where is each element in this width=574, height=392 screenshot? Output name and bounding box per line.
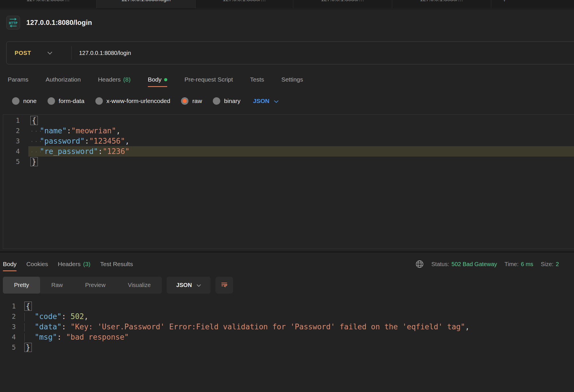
response-tab-body[interactable]: Body [3, 257, 17, 271]
time-label: Time: [504, 261, 518, 268]
body-type-radio-form-data[interactable]: form-data [48, 97, 84, 105]
radio-label: x-www-form-urlencoded [107, 98, 170, 104]
request-tab-settings[interactable]: Settings [281, 72, 303, 87]
code-line[interactable]: 4···"re_password":"1236" [3, 146, 574, 157]
wrap-text-button[interactable] [215, 277, 233, 294]
indent-guide [24, 323, 35, 332]
token: : [57, 333, 66, 341]
indent-guide [24, 313, 35, 321]
code-line[interactable]: 3"data": "Key: 'User.Password' Error:Fie… [0, 322, 574, 332]
code-line[interactable]: 4"msg": "bad response" [0, 332, 574, 342]
request-tab-pre-request-script[interactable]: Pre-request Script [184, 72, 233, 87]
radio-label: raw [192, 98, 202, 104]
new-tab-button[interactable]: + [491, 0, 574, 9]
view-toggle-preview[interactable]: Preview [74, 277, 117, 294]
method-select[interactable]: POST [7, 46, 72, 60]
request-tab-params[interactable]: Params [8, 72, 28, 87]
request-tab-tests[interactable]: Tests [250, 72, 264, 87]
view-toggle-pretty[interactable]: Pretty [3, 277, 40, 294]
code-line[interactable]: 2"code": 502, [0, 311, 574, 322]
code-line[interactable]: 5} [0, 342, 574, 353]
tab-label: Body [3, 261, 17, 268]
radio-icon [213, 97, 220, 105]
response-section-tabs: BodyCookiesHeaders(3)Test Results [3, 257, 133, 271]
app-window: 127.0.0.1:8080/…127.0.0.1:8080/login127.… [0, 0, 574, 392]
http-method-icon: HTTP [6, 16, 20, 29]
line-number: 5 [0, 342, 20, 353]
tab-label: Headers [98, 76, 121, 83]
chevron-down-icon [47, 52, 52, 55]
time-value[interactable]: 6 ms [521, 261, 533, 268]
radio-icon [181, 97, 188, 105]
tab-label: Pre-request Script [184, 76, 233, 83]
token: "1236" [103, 147, 129, 156]
token: "msg" [35, 333, 57, 341]
chevron-down-icon [274, 98, 279, 104]
body-format-select[interactable]: JSON [253, 98, 279, 104]
response-tab-cookies[interactable]: Cookies [26, 257, 48, 271]
size-value[interactable]: 2 [556, 261, 559, 268]
http-badge-text: HTTP [9, 21, 17, 25]
line-number: 4 [3, 146, 28, 157]
token: "Key: 'User.Password' Error:Field valida… [70, 322, 465, 331]
whitespace-dots: ··· [30, 147, 40, 157]
token: "data" [35, 322, 62, 331]
code-line[interactable]: 2···"name":"meowrian", [3, 126, 574, 136]
response-format-select[interactable]: JSON [167, 277, 211, 294]
token: { [30, 116, 38, 125]
top-tab-4[interactable]: 127.0.0.1:8080/… [293, 0, 392, 9]
globe-icon [415, 259, 424, 269]
token: { [24, 302, 32, 311]
body-type-radio-x-www-form-urlencoded[interactable]: x-www-form-urlencoded [95, 97, 170, 105]
tab-count-badge: (8) [123, 76, 131, 83]
token: } [30, 157, 38, 166]
token: "123456" [89, 137, 125, 145]
token: , [125, 137, 129, 145]
tab-label: Params [8, 76, 28, 83]
code-line[interactable]: 1{ [3, 115, 574, 126]
body-type-row: noneform-datax-www-form-urlencodedrawbin… [12, 94, 279, 108]
code-text: ···"name":"meowrian", [28, 126, 574, 136]
body-type-radio-raw[interactable]: raw [181, 97, 202, 105]
code-text: } [20, 342, 574, 353]
top-tab-2[interactable]: 127.0.0.1:8080/login [97, 0, 196, 9]
code-line[interactable]: 3···"password":"123456", [3, 136, 574, 146]
response-tab-test-results[interactable]: Test Results [100, 257, 133, 271]
wrap-text-icon [220, 281, 228, 290]
body-type-radio-binary[interactable]: binary [213, 97, 240, 105]
top-tab-1[interactable]: 127.0.0.1:8080/… [0, 0, 97, 9]
top-tab-label: 127.0.0.1:8080/… [420, 0, 463, 3]
tab-label: Tests [250, 76, 264, 83]
tab-label: Headers [58, 261, 80, 268]
pane-splitter[interactable] [0, 251, 574, 253]
view-toggle-visualize[interactable]: Visualize [117, 277, 162, 294]
request-tab-body[interactable]: Body [148, 72, 167, 87]
request-tab-headers[interactable]: Headers(8) [98, 72, 131, 87]
token: , [116, 126, 121, 135]
code-text: { [20, 301, 574, 311]
code-line[interactable]: 5} [3, 157, 574, 167]
radio-label: form-data [59, 98, 84, 104]
tab-count-badge: (3) [83, 261, 91, 268]
top-tab-label: 127.0.0.1:8080/login [121, 0, 170, 3]
response-meta: Status: 502 Bad Gateway Time: 6 ms Size:… [415, 257, 574, 271]
response-tab-headers[interactable]: Headers(3) [58, 257, 91, 271]
view-toggle-raw[interactable]: Raw [40, 277, 74, 294]
status-badge[interactable]: 502 Bad Gateway [451, 261, 497, 268]
radio-icon [48, 97, 55, 105]
tab-label: Test Results [100, 261, 133, 268]
request-tab-authorization[interactable]: Authorization [46, 72, 81, 87]
top-tab-3[interactable]: 127.0.0.1:8080/… [196, 0, 293, 9]
token: 502 [70, 312, 84, 321]
token: : [98, 147, 103, 156]
request-body-editor[interactable]: 1{2···"name":"meowrian",3···"password":"… [3, 114, 574, 249]
plus-icon: + [503, 0, 506, 3]
token: , [465, 322, 470, 331]
body-type-radio-none[interactable]: none [12, 97, 37, 105]
top-tab-5[interactable]: 127.0.0.1:8080/… [392, 0, 491, 9]
response-body-viewer[interactable]: 1{2"code": 502,3"data": "Key: 'User.Pass… [0, 301, 574, 353]
code-text: ···"password":"123456", [28, 136, 574, 146]
code-text: ···"re_password":"1236" [28, 146, 574, 157]
code-line[interactable]: 1{ [0, 301, 574, 311]
url-input[interactable]: 127.0.0.1:8080/login [72, 50, 131, 56]
